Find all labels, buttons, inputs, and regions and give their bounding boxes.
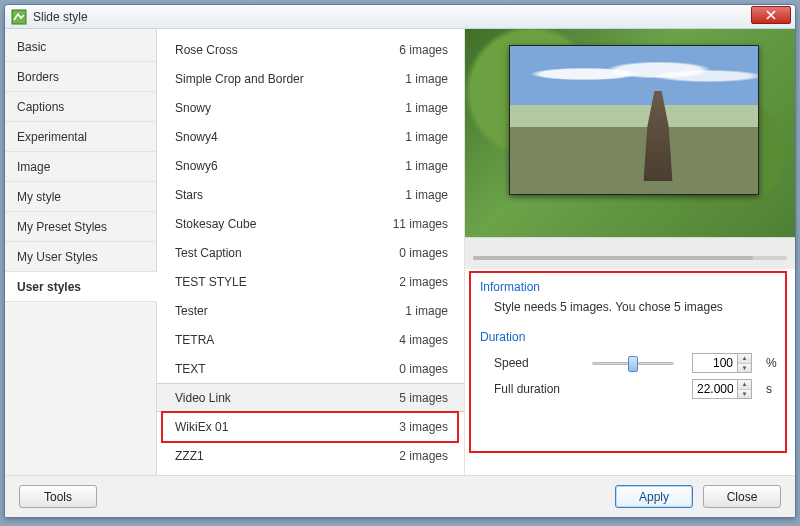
style-name: ZZZ1 <box>175 449 399 463</box>
close-dialog-button[interactable]: Close <box>703 485 781 508</box>
style-item[interactable]: Video Link5 images <box>157 383 464 412</box>
window-title: Slide style <box>33 10 88 24</box>
speed-spinner: ▲ ▼ <box>692 353 752 373</box>
dialog-footer: Tools Apply Close <box>5 475 795 517</box>
spin-down-icon[interactable]: ▼ <box>738 390 751 399</box>
category-item[interactable]: Image <box>5 152 156 182</box>
duration-group: Duration Speed ▲ ▼ <box>479 329 781 403</box>
style-name: Snowy6 <box>175 159 405 173</box>
preview-sky <box>510 54 758 94</box>
preview-image <box>465 29 795 237</box>
style-count: 1 image <box>405 188 448 202</box>
style-name: TEXT <box>175 362 399 376</box>
slide-style-dialog: Slide style BasicBordersCaptionsExperime… <box>4 4 796 518</box>
style-item[interactable]: TETRA4 images <box>157 325 464 354</box>
style-item[interactable]: Stars1 image <box>157 180 464 209</box>
style-name: TETRA <box>175 333 399 347</box>
category-item[interactable]: My style <box>5 182 156 212</box>
style-name: Test Caption <box>175 246 399 260</box>
speed-row: Speed ▲ ▼ <box>480 350 780 376</box>
style-item[interactable]: Simple Crop and Border1 image <box>157 64 464 93</box>
info-pane: Information Style needs 5 images. You ch… <box>465 269 795 475</box>
category-sidebar: BasicBordersCaptionsExperimentalImageMy … <box>5 29 157 475</box>
slider-thumb[interactable] <box>628 356 638 372</box>
information-message: Style needs 5 images. You chose 5 images <box>480 300 780 322</box>
style-name: Snowy <box>175 101 405 115</box>
style-item[interactable]: Snowy1 image <box>157 93 464 122</box>
style-item[interactable]: TEXT0 images <box>157 354 464 383</box>
style-name: Stars <box>175 188 405 202</box>
full-duration-spin-buttons: ▲ ▼ <box>738 379 752 399</box>
style-list-inner[interactable]: Rose Cross6 imagesSimple Crop and Border… <box>157 29 464 475</box>
preview-photo <box>509 45 759 195</box>
preview-cairn <box>640 91 676 181</box>
style-count: 2 images <box>399 449 448 463</box>
dialog-body: BasicBordersCaptionsExperimentalImageMy … <box>5 29 795 517</box>
style-name: TEST STYLE <box>175 275 399 289</box>
style-count: 6 images <box>399 43 448 57</box>
style-item[interactable]: WikiEx 013 images <box>157 412 464 441</box>
style-item[interactable]: Snowy41 image <box>157 122 464 151</box>
speed-unit: % <box>766 356 780 370</box>
style-count: 0 images <box>399 362 448 376</box>
close-button[interactable] <box>751 6 791 24</box>
apply-button[interactable]: Apply <box>615 485 693 508</box>
style-count: 1 image <box>405 130 448 144</box>
speed-input[interactable] <box>692 353 738 373</box>
category-item[interactable]: My Preset Styles <box>5 212 156 242</box>
style-list: Rose Cross6 imagesSimple Crop and Border… <box>157 29 465 475</box>
category-item[interactable]: Basic <box>5 32 156 62</box>
style-item[interactable]: ZZZ12 images <box>157 441 464 470</box>
style-name: Simple Crop and Border <box>175 72 405 86</box>
category-item[interactable]: Borders <box>5 62 156 92</box>
preview-pane: Information Style needs 5 images. You ch… <box>465 29 795 475</box>
close-icon <box>766 10 776 20</box>
style-count: 1 image <box>405 159 448 173</box>
full-duration-row: Full duration ▲ ▼ s <box>480 376 780 402</box>
speed-label: Speed <box>494 356 584 370</box>
full-duration-label: Full duration <box>494 382 584 396</box>
style-item[interactable]: Rose Cross6 images <box>157 35 464 64</box>
style-name: Video Link <box>175 391 399 405</box>
information-heading: Information <box>480 280 780 294</box>
style-item[interactable]: Stokesay Cube11 images <box>157 209 464 238</box>
style-count: 1 image <box>405 72 448 86</box>
style-name: WikiEx 01 <box>175 420 399 434</box>
category-item[interactable]: Experimental <box>5 122 156 152</box>
spin-down-icon[interactable]: ▼ <box>738 364 751 373</box>
style-item[interactable]: Snowy61 image <box>157 151 464 180</box>
spin-up-icon[interactable]: ▲ <box>738 354 751 364</box>
style-count: 4 images <box>399 333 448 347</box>
style-name: Snowy4 <box>175 130 405 144</box>
full-duration-input[interactable] <box>692 379 738 399</box>
category-item[interactable]: User styles <box>5 272 157 302</box>
category-item[interactable]: My User Styles <box>5 242 156 272</box>
duration-heading: Duration <box>480 330 780 344</box>
spin-up-icon[interactable]: ▲ <box>738 380 751 390</box>
timeline-progress <box>473 256 753 260</box>
style-count: 3 images <box>399 420 448 434</box>
titlebar[interactable]: Slide style <box>5 5 795 29</box>
style-count: 5 images <box>399 391 448 405</box>
full-duration-spinner: ▲ ▼ <box>692 379 752 399</box>
preview-timeline[interactable] <box>465 237 795 269</box>
style-name: Stokesay Cube <box>175 217 393 231</box>
style-count: 1 image <box>405 101 448 115</box>
category-item[interactable]: Captions <box>5 92 156 122</box>
style-count: 2 images <box>399 275 448 289</box>
app-icon <box>11 9 27 25</box>
style-item[interactable]: Test Caption0 images <box>157 238 464 267</box>
tools-button[interactable]: Tools <box>19 485 97 508</box>
style-name: Tester <box>175 304 405 318</box>
style-name: Rose Cross <box>175 43 399 57</box>
style-item[interactable]: Tester1 image <box>157 296 464 325</box>
content-area: BasicBordersCaptionsExperimentalImageMy … <box>5 29 795 475</box>
style-count: 1 image <box>405 304 448 318</box>
speed-slider[interactable] <box>592 354 674 372</box>
style-count: 11 images <box>393 217 448 231</box>
svg-rect-0 <box>12 10 26 24</box>
style-item[interactable]: TEST STYLE2 images <box>157 267 464 296</box>
speed-spin-buttons: ▲ ▼ <box>738 353 752 373</box>
full-duration-unit: s <box>766 382 780 396</box>
style-count: 0 images <box>399 246 448 260</box>
